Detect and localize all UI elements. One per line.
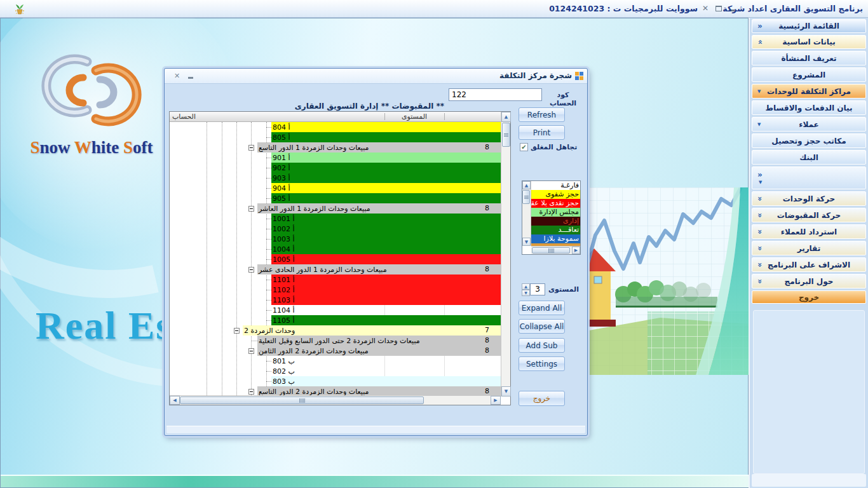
spinner-up-icon[interactable]: ▲ (522, 283, 530, 290)
tree-node-band: أ 1002 (271, 224, 501, 234)
scroll-left-icon[interactable]: ◀ (170, 396, 180, 405)
tree-row[interactable]: أ 1003 (170, 234, 501, 244)
scroll-down-icon[interactable]: ▼ (501, 386, 511, 396)
tree-row[interactable]: أ 1102 (170, 285, 501, 295)
sidebar-item[interactable]: »الاشراف على البرنامج (752, 257, 866, 272)
tree-node-band: أ 903 (271, 173, 501, 183)
sidebar-item[interactable]: خروج (752, 290, 866, 304)
tree-row[interactable]: ب 802 (170, 366, 501, 376)
sidebar-item[interactable]: مكاتب حجز وتحصيل (752, 133, 866, 148)
legend-item[interactable]: مجلس الإدارة (531, 208, 580, 217)
legend-vertical-scrollbar[interactable]: ▲ ▼ (522, 181, 531, 246)
vertical-scrollbar[interactable]: ▲ ▼ (501, 112, 510, 396)
checkbox-check-icon[interactable]: ✔ (520, 143, 528, 151)
legend-horizontal-scrollbar[interactable]: ▶ (531, 246, 580, 254)
ignore-closed-checkbox[interactable]: ✔ تجاهل المغلق (520, 143, 577, 151)
sidebar-item[interactable]: ▼مراكز التكلفة للوحدات (752, 84, 866, 98)
column-header-account[interactable]: الحساب (172, 112, 196, 121)
scroll-right-icon[interactable]: ▶ (491, 396, 501, 405)
legend-item[interactable]: حجز نقدى بلا عقد (531, 199, 580, 208)
sidebar-item[interactable]: »استرداد للعملاء (752, 224, 866, 239)
dialog-titlebar[interactable]: شجرة مركز التكلفة ✕ (165, 69, 587, 84)
sidebar-item[interactable]: »حول البرنامج (752, 274, 866, 288)
sidebar-item-label: بيانات اساسية (782, 37, 836, 46)
tree-row[interactable]: 8مبيعات وحدات الزمردة 2 حتى الدور السابع… (170, 336, 501, 346)
sidebar-item[interactable]: »حركة المقبوضات (752, 208, 866, 222)
tree-row[interactable]: أ 904 (170, 183, 501, 193)
legend-item[interactable]: سموحة بلازا (531, 234, 580, 243)
tree-row[interactable]: أ 805 (170, 132, 501, 142)
add-sub-button[interactable]: Add Sub (519, 338, 565, 353)
tree-row-level: 7 (485, 326, 489, 334)
sidebar-item[interactable]: بيان الدفعات والاقساط (752, 100, 866, 115)
scroll-thumb[interactable] (522, 190, 530, 204)
tree-row[interactable]: أ 1001 (170, 214, 501, 224)
tree-row[interactable]: 8مبيعات وحدات الزمردة 1 الدور العاشر (170, 203, 501, 214)
tree-row[interactable]: أ 903 (170, 173, 501, 183)
tree-row[interactable]: ب 801 (170, 356, 501, 366)
scroll-up-icon[interactable]: ▲ (522, 181, 531, 189)
tree-row[interactable]: أ 1103 (170, 295, 501, 305)
tree-connector (266, 280, 271, 280)
tree-row[interactable]: أ 1005 (170, 254, 501, 264)
tree-row[interactable]: أ 1101 (170, 274, 501, 285)
scroll-thumb[interactable] (532, 247, 570, 254)
scroll-thumb[interactable] (180, 396, 424, 404)
tree-collapse-icon[interactable] (248, 267, 254, 273)
column-header-level[interactable]: المستوى (384, 112, 444, 121)
scroll-down-icon[interactable]: ▼ (522, 238, 531, 246)
tree-collapse-icon[interactable] (248, 206, 254, 212)
dialog-exit-button[interactable]: خروج (519, 391, 565, 406)
tree-row[interactable]: 8مبيعات وحدات الزمردة 1 الدور التاسع (170, 142, 501, 152)
sidebar-item[interactable]: تعريف المنشأة (752, 51, 866, 65)
scroll-right-icon[interactable]: ▶ (572, 247, 580, 254)
close-icon[interactable]: ✕ (702, 5, 709, 11)
sidebar-item[interactable]: »حركة الوحدات (752, 191, 866, 206)
dialog-minimize-icon[interactable] (188, 77, 193, 79)
account-code-input[interactable] (449, 88, 542, 101)
scroll-up-icon[interactable]: ▲ (501, 112, 511, 122)
tree-row[interactable]: أ 1002 (170, 224, 501, 234)
level-spinner[interactable]: ▲ ▼ (522, 283, 530, 295)
tree-row[interactable]: 7وحدات الزمردة 2 (170, 325, 501, 336)
tree-collapse-icon[interactable] (248, 145, 254, 151)
tree-collapse-icon[interactable] (248, 348, 254, 354)
sidebar-item[interactable]: المشروع (752, 67, 866, 82)
sidebar-item[interactable]: ▼عملاء (752, 117, 866, 132)
legend-item[interactable]: تعاقـــد (531, 226, 580, 234)
tree-node-band: ب 803 (271, 376, 501, 386)
chevron-drop-icon: ▼ (759, 180, 762, 185)
legend-item[interactable]: إدارى (531, 217, 580, 226)
tree-connector (266, 290, 271, 290)
legend-item[interactable]: حجز شفوى (531, 190, 580, 199)
sidebar-item[interactable]: البنك (752, 150, 866, 165)
tree-row[interactable]: أ 1105 (170, 315, 501, 325)
settings-button[interactable]: Settings (519, 356, 565, 371)
tree-collapse-icon[interactable] (234, 328, 240, 334)
sidebar-item[interactable]: »بيانات اساسية (752, 35, 866, 49)
spinner-down-icon[interactable]: ▼ (522, 290, 530, 296)
expand-all-button[interactable]: Expand All (519, 301, 565, 315)
sidebar-item[interactable]: »القائمة الرئيسية (752, 19, 866, 33)
tree-row[interactable]: أ 1004 (170, 244, 501, 254)
tree-row[interactable]: 8مبيعات وحدات الزمردة 2 الدور الثامن (170, 346, 501, 356)
tree-row[interactable]: أ 804 (170, 122, 501, 132)
level-value[interactable]: 3 (530, 283, 545, 295)
print-button[interactable]: Print (519, 125, 565, 140)
dialog-close-icon[interactable]: ✕ (174, 72, 180, 80)
tree-row[interactable]: أ 1104 (170, 305, 501, 315)
legend-item[interactable]: فارغـة (531, 181, 580, 190)
tree-row[interactable]: أ 905 (170, 193, 501, 203)
sidebar-item[interactable]: »تقارير (752, 241, 866, 255)
tree-row[interactable]: أ 901 (170, 152, 501, 163)
sidebar-collapsed-strip[interactable]: »▼ (752, 166, 866, 189)
tree-row[interactable]: ب 803 (170, 376, 501, 386)
tree-row[interactable]: أ 902 (170, 163, 501, 173)
refresh-button[interactable]: Refresh (519, 107, 565, 122)
collapse-all-button[interactable]: Collapse All (519, 319, 565, 334)
tree-collapse-icon[interactable] (248, 389, 254, 395)
horizontal-scrollbar[interactable]: ◀ ▶ (170, 395, 501, 405)
scroll-thumb[interactable] (502, 123, 510, 147)
maximize-icon[interactable] (715, 6, 722, 11)
tree-row[interactable]: 8مبيعات وحدات الزمردة 1 الدور الحادى عشر (170, 264, 501, 274)
